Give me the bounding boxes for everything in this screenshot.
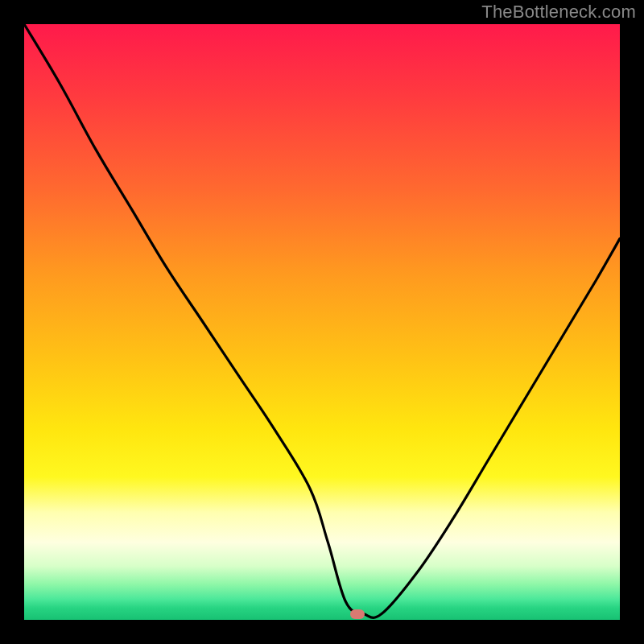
attribution-text: TheBottleneck.com [481,2,636,23]
curve-svg [24,24,620,620]
optimum-marker [350,609,365,619]
plot-area [24,24,620,620]
bottleneck-curve [24,24,620,617]
chart-frame: TheBottleneck.com [0,0,644,644]
